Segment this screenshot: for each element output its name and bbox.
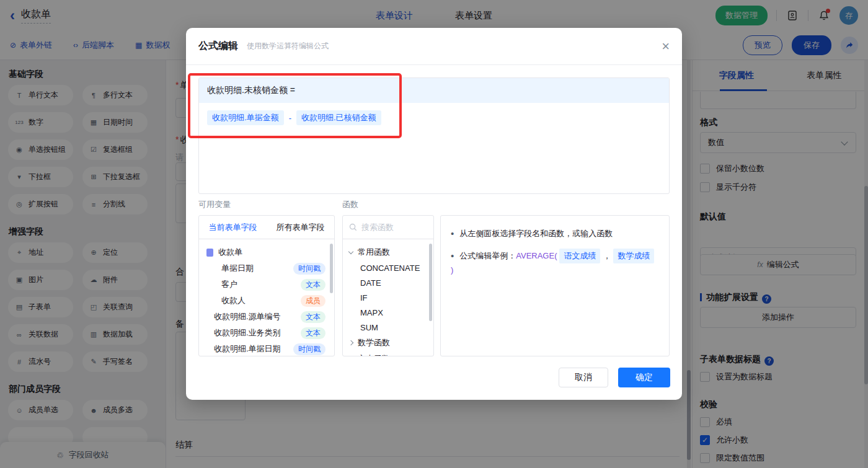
function-item[interactable]: IF: [343, 290, 433, 305]
cancel-button[interactable]: 取消: [559, 368, 608, 387]
formula-expression-row[interactable]: 收款明细.单据金额 - 收款明细.已核销金额: [199, 103, 669, 133]
variable-row[interactable]: 收款明细.业务类别 文本: [199, 325, 334, 341]
variables-pane: 当前表单字段 所有表单字段 收款单 单据日期 时间戳 客户 文本: [198, 215, 335, 356]
formula-editor-area[interactable]: 收款明细.未核销金额 = 收款明细.单据金额 - 收款明细.已核销金额: [198, 77, 670, 194]
function-group-label: 常用函数: [358, 247, 390, 258]
example-comma: ，: [603, 249, 611, 263]
example-field-tag: 数学成绩: [613, 249, 654, 263]
formula-help-panel: • 从左侧面板选择字段名和函数，或输入函数 • 公式编辑举例： AVERAGE(…: [440, 215, 670, 356]
modal-body: 收款明细.未核销金额 = 收款明细.单据金额 - 收款明细.已核销金额 可用变量…: [186, 65, 682, 400]
variable-name: 单据日期: [221, 263, 254, 274]
functions-label: 函数: [342, 199, 358, 210]
tree-root-form[interactable]: 收款单: [199, 244, 334, 260]
type-tag-text: 文本: [301, 279, 326, 291]
chevron-right-icon: [348, 340, 353, 345]
example-close-paren: ): [451, 263, 453, 277]
formula-editor-modal: 公式编辑 使用数学运算符编辑公式 × 收款明细.未核销金额 = 收款明细.单据金…: [186, 28, 682, 400]
bullet-icon: •: [451, 227, 454, 241]
form-doc-icon: [206, 249, 213, 257]
function-group-label: 文本函数: [358, 353, 390, 356]
function-item[interactable]: DATE: [343, 275, 433, 290]
variables-tree: 收款单 单据日期 时间戳 客户 文本 收款人 成员 收款: [199, 239, 334, 356]
formula-field-tag[interactable]: 收款明细.单据金额: [207, 110, 284, 125]
tab-all-form-fields[interactable]: 所有表单字段: [267, 216, 334, 239]
help-tip: • 从左侧面板选择字段名和函数，或输入函数: [451, 227, 659, 241]
modal-header: 公式编辑 使用数学运算符编辑公式 ×: [186, 28, 682, 65]
bullet-icon: •: [451, 249, 454, 263]
functions-tree: 常用函数 CONCATENATE DATE IF MAPX SUM 数学函数 文…: [343, 239, 433, 356]
formula-target-row: 收款明细.未核销金额 =: [199, 78, 669, 103]
formula-target-text: 收款明细.未核销金额 =: [207, 85, 295, 96]
function-group-text[interactable]: 文本函数: [343, 351, 433, 356]
functions-scrollbar-thumb[interactable]: [429, 244, 432, 321]
function-item[interactable]: CONCATENATE: [343, 260, 433, 275]
search-icon: [349, 223, 357, 231]
type-tag-text: 文本: [301, 327, 326, 339]
variable-row[interactable]: 客户 文本: [199, 276, 334, 293]
form-designer-app: ‹ 收款单 表单设计 表单设置 数据管理 存 ⊘ 表单外链 ‹› 后: [0, 0, 868, 468]
functions-pane: 常用函数 CONCATENATE DATE IF MAPX SUM 数学函数 文…: [342, 215, 434, 356]
function-group-common[interactable]: 常用函数: [343, 244, 433, 260]
type-tag-time: 时间戳: [293, 343, 326, 355]
variable-name: 收款明细.源单编号: [214, 311, 281, 322]
formula-operator: -: [289, 113, 291, 123]
function-group-label: 数学函数: [358, 337, 390, 348]
function-search-input[interactable]: [361, 223, 423, 232]
variable-name: 客户: [221, 279, 237, 290]
variables-tabs: 当前表单字段 所有表单字段: [199, 216, 334, 239]
function-item[interactable]: SUM: [343, 320, 433, 335]
variable-name: 收款人: [221, 295, 246, 306]
tab-current-form-fields[interactable]: 当前表单字段: [199, 216, 267, 239]
type-tag-text: 文本: [301, 311, 326, 323]
variables-scrollbar-thumb[interactable]: [330, 244, 333, 293]
confirm-button[interactable]: 确定: [618, 368, 670, 387]
formula-field-tag[interactable]: 收款明细.已核销金额: [296, 110, 381, 125]
variable-name: 收款明细.单据日期: [214, 343, 281, 355]
variable-row[interactable]: 收款人 成员: [199, 293, 334, 309]
variable-row[interactable]: 单据日期 时间戳: [199, 260, 334, 276]
type-tag-time: 时间戳: [293, 263, 326, 275]
variable-row[interactable]: 收款明细.单据日期 时间戳: [199, 341, 334, 356]
function-item[interactable]: MAPX: [343, 305, 433, 320]
help-tip-example: • 公式编辑举例： AVERAGE( 语文成绩 ， 数学成绩 ): [451, 249, 659, 277]
function-search-row: [343, 216, 433, 239]
modal-subtitle: 使用数学运算符编辑公式: [247, 41, 329, 51]
help-tip-text: 从左侧面板选择字段名和函数，或输入函数: [459, 227, 613, 241]
available-variables-label: 可用变量: [198, 199, 231, 210]
type-tag-member: 成员: [301, 295, 326, 307]
example-prefix: 公式编辑举例：: [459, 249, 516, 263]
close-icon[interactable]: ×: [662, 40, 670, 53]
tree-root-label: 收款单: [218, 247, 242, 258]
variable-name: 收款明细.业务类别: [214, 327, 281, 338]
chevron-down-icon: [348, 249, 353, 254]
example-field-tag: 语文成绩: [559, 249, 600, 263]
example-function: AVERAGE(: [516, 249, 557, 263]
modal-title: 公式编辑: [198, 40, 238, 53]
function-group-math[interactable]: 数学函数: [343, 335, 433, 351]
variable-row[interactable]: 收款明细.源单编号 文本: [199, 309, 334, 325]
